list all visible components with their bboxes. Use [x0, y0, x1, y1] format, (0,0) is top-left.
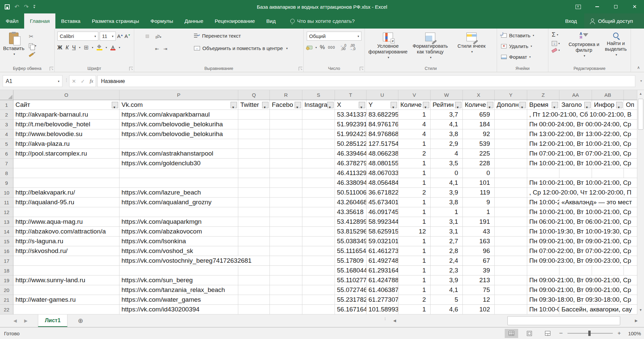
cell[interactable]	[270, 120, 302, 129]
cell[interactable]: 191	[463, 217, 495, 227]
redo-icon[interactable]: ↷	[24, 3, 29, 10]
cell[interactable]: https://vk.com/id430200394	[119, 305, 238, 314]
cell[interactable]	[302, 149, 335, 159]
cell[interactable]: 61.277307	[366, 295, 398, 305]
confirm-entry-icon[interactable]: ✓	[81, 78, 85, 84]
minimize-button[interactable]	[588, 0, 606, 13]
cell[interactable]: 1	[398, 198, 431, 207]
column-header[interactable]: O	[13, 90, 119, 100]
cell[interactable]: 1	[398, 276, 431, 285]
tell-me-box[interactable]: Что вы хотите сделать?	[290, 13, 355, 29]
row-header[interactable]: 21	[0, 295, 13, 305]
cell[interactable]: 2,3	[431, 266, 463, 276]
cell[interactable]: https://vk.com/belovodie_belokuriha	[119, 120, 238, 129]
horizontal-scrollbar[interactable]	[399, 316, 632, 325]
cell[interactable]: 55.168044	[335, 266, 366, 276]
cell[interactable]: http://t.me/belovodie_hotel	[13, 120, 119, 129]
cell[interactable]: 4,1	[431, 285, 463, 295]
cell[interactable]: Пн 10:00-21:00, Вт 10:00-21:00, Ср	[527, 178, 559, 188]
font-size-select[interactable]: 11▾	[100, 32, 116, 41]
header-cell[interactable]: Сайт	[13, 100, 119, 110]
cell[interactable]	[270, 198, 302, 207]
cell[interactable]: Пн 07:00-22:00, Вт 07:00-22:00, Ср	[527, 246, 559, 256]
formula-bar-splitter[interactable]: ⁞	[66, 78, 67, 83]
increase-decimal-button[interactable]: ←,0,00	[340, 44, 346, 51]
cell[interactable]: https://vk.com/tanzania_relax_beach	[119, 285, 238, 295]
sheet-tab[interactable]: Лист1	[38, 314, 67, 327]
cell-styles-button[interactable]: Стили ячеек▾	[451, 31, 492, 66]
cell[interactable]: 1	[398, 256, 431, 266]
autosum-button[interactable]: Σ▾	[552, 31, 560, 38]
cell[interactable]: 84.976868	[366, 129, 398, 139]
cell[interactable]: Пн 06:00-21:00, Вт 06:00-21:00, Ср	[527, 217, 559, 227]
tab-scrollbar-splitter[interactable]: ⁞	[385, 318, 386, 320]
cell[interactable]	[270, 246, 302, 256]
cell[interactable]	[495, 120, 527, 129]
header-cell[interactable]: Facebo	[270, 100, 302, 110]
filter-button[interactable]	[552, 102, 558, 108]
header-cell[interactable]: X	[335, 100, 366, 110]
cell[interactable]	[302, 237, 335, 246]
comma-style-button[interactable]: 000	[328, 45, 335, 49]
cell[interactable]: 1	[398, 168, 431, 178]
menu-tab[interactable]: Рецензирование	[209, 13, 261, 29]
cell[interactable]: , Пт 12:00-21:00, Сб 10:00-21:00, В	[527, 110, 559, 120]
cell[interactable]: , Ср 12:00-20:00, Чт 12:00-20:00, П	[527, 188, 559, 198]
cell[interactable]: 1	[463, 207, 495, 217]
select-all-corner[interactable]	[0, 90, 13, 100]
shrink-font-button[interactable]: А▼	[125, 33, 131, 39]
cell[interactable]: 1	[398, 266, 431, 276]
cell[interactable]: 48.066238	[366, 149, 398, 159]
cell[interactable]: 39	[463, 266, 495, 276]
column-header[interactable]: U	[366, 90, 398, 100]
cell[interactable]	[302, 188, 335, 198]
header-cell[interactable]: Дополн	[495, 100, 527, 110]
cell[interactable]	[495, 246, 527, 256]
menu-tab[interactable]: Главная	[24, 13, 55, 29]
cell[interactable]: 539	[463, 139, 495, 149]
font-name-select[interactable]: Calibri▾	[57, 32, 98, 41]
row-header[interactable]: 18	[0, 266, 13, 276]
header-cell[interactable]: Количе	[398, 100, 431, 110]
cell[interactable]	[119, 178, 238, 188]
normal-view-button[interactable]	[505, 329, 518, 338]
filter-button[interactable]	[519, 102, 526, 108]
cell[interactable]: http://akvapark-barnaul.ru	[13, 110, 119, 120]
cell[interactable]: 92	[463, 129, 495, 139]
increase-indent-button[interactable]: ⇥	[162, 44, 169, 53]
cell[interactable]: 67	[463, 256, 495, 266]
cell[interactable]: 55.110277	[335, 276, 366, 285]
cell[interactable]	[238, 246, 270, 256]
cell[interactable]	[238, 120, 270, 129]
cell[interactable]	[270, 237, 302, 246]
next-sheet-icon[interactable]: ▶	[24, 318, 28, 323]
menu-tab[interactable]: Файл	[0, 13, 24, 29]
cell[interactable]: 61.461273	[366, 246, 398, 256]
column-header[interactable]: V	[398, 90, 431, 100]
sign-in-button[interactable]: Вход	[558, 13, 584, 29]
cell[interactable]: 1	[398, 159, 431, 168]
cell[interactable]	[495, 285, 527, 295]
undo-icon[interactable]: ↶	[14, 3, 19, 10]
cell[interactable]: 46.338094	[335, 178, 366, 188]
menu-tab[interactable]: Вставка	[55, 13, 86, 29]
filter-button[interactable]	[391, 102, 397, 108]
scroll-down-icon[interactable]: ▼	[637, 306, 644, 314]
row-header[interactable]: 3	[0, 120, 13, 129]
cell[interactable]	[302, 120, 335, 129]
cell[interactable]: 4	[431, 149, 463, 159]
insert-cells-button[interactable]: Вставить▾	[501, 33, 534, 38]
cell[interactable]	[495, 149, 527, 159]
cell[interactable]: 50.285122	[335, 139, 366, 149]
cell[interactable]: https://vk.com/water_games	[119, 295, 238, 305]
cell[interactable]	[238, 237, 270, 246]
cell[interactable]	[495, 198, 527, 207]
cell[interactable]	[119, 139, 238, 149]
cell[interactable]	[270, 276, 302, 285]
column-header[interactable]: X	[463, 90, 495, 100]
menu-tab[interactable]: Данные	[179, 13, 209, 29]
wrap-text-button[interactable]: Перенести текст	[194, 33, 241, 39]
insert-function-icon[interactable]: fx	[90, 78, 93, 84]
row-header[interactable]: 8	[0, 168, 13, 178]
cell[interactable]	[302, 159, 335, 168]
